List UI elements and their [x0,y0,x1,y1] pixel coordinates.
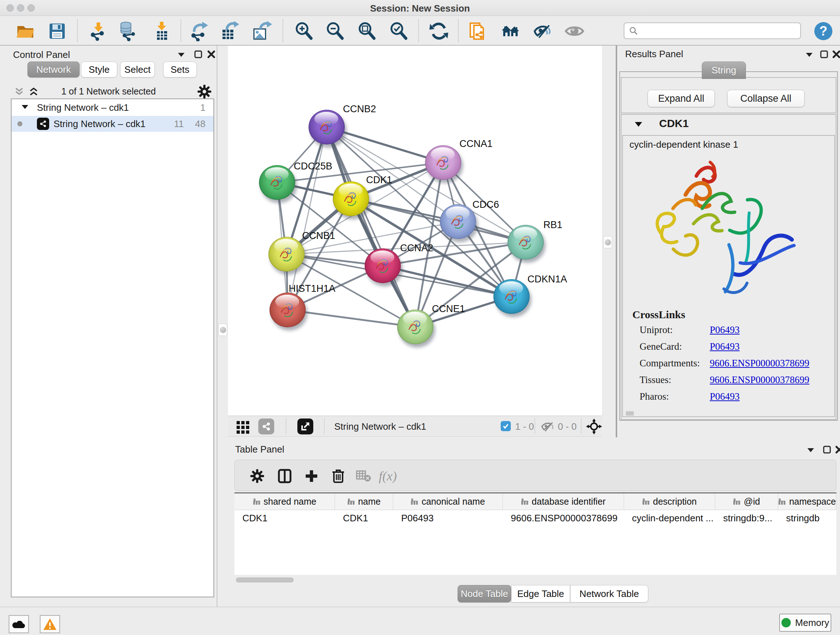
node-CDC25B[interactable] [259,165,295,200]
network-collection-row[interactable]: String Network – cdk1 1 [11,99,213,116]
panel-close-icon[interactable] [207,50,216,60]
table-row[interactable]: CDK1CDK1P064939606.ENSP00000378699cyclin… [234,510,836,526]
selected-checkbox-icon[interactable] [501,421,511,431]
document-share-icon[interactable] [467,20,490,42]
network-view-canvas[interactable]: CCNB2CCNA1CDC25BCDK1CDC6RB1CCNB1CCNA2CDK… [228,46,602,416]
export-network-icon[interactable] [188,20,211,42]
panel-menu-icon[interactable] [177,50,186,61]
add-column-icon[interactable] [303,467,320,485]
table-cell[interactable]: stringdb:9... [715,510,778,526]
splitter-handle[interactable] [603,236,612,249]
table-cell[interactable]: 9606.ENSP00000378699 [503,510,624,526]
network-row-selected[interactable]: String Network – cdk1 11 48 [11,116,213,132]
panel-menu-icon[interactable] [805,50,814,61]
tab-edge-table[interactable]: Edge Table [511,585,570,602]
show-columns-icon[interactable] [276,467,294,485]
column-header-name[interactable]: name [335,494,393,510]
tab-network[interactable]: Network [27,62,80,78]
collapse-all-icon[interactable] [14,86,25,98]
collection-expand-icon[interactable] [21,102,29,113]
node-CDC6[interactable] [440,204,476,239]
table-hscrollbar[interactable] [234,576,836,584]
node-CDK1[interactable] [333,181,369,216]
hscrollbar-thumb[interactable] [236,578,294,583]
table-cell[interactable]: CDK1 [234,510,335,526]
export-table-icon[interactable] [218,20,241,42]
crosslink-link[interactable]: P06493 [710,341,740,352]
search-input[interactable] [638,26,790,36]
import-table-icon[interactable] [150,20,173,42]
panel-close-icon[interactable] [835,445,840,455]
column-header-database-identifier[interactable]: database identifier [503,494,624,510]
scrollbar-stub[interactable] [626,411,634,416]
panel-float-icon[interactable] [194,50,202,60]
zoom-in-icon[interactable] [292,20,316,42]
share-view-icon[interactable] [258,418,274,434]
panel-float-icon[interactable] [823,445,831,455]
function-builder-icon[interactable]: f(x) [379,467,397,485]
collapse-all-button[interactable]: Collapse All [727,90,805,107]
export-image-icon[interactable] [250,20,273,42]
node-CCNE1[interactable] [397,310,433,344]
table-cell[interactable]: CDK1 [335,510,393,526]
save-session-icon[interactable] [46,20,69,42]
tab-sets[interactable]: Sets [163,62,197,78]
home-network-icon[interactable] [499,20,522,42]
tab-style[interactable]: Style [81,62,117,78]
delete-column-trash-icon[interactable] [330,467,347,485]
column-header-shared-name[interactable]: shared name [234,494,335,510]
hide-selected-eye-icon[interactable] [531,20,554,42]
zoom-fit-icon[interactable] [355,20,378,42]
crosslink-link[interactable]: P06493 [710,325,740,335]
column-header-namespace[interactable]: namespace [778,494,836,510]
show-eye-icon[interactable] [563,20,586,42]
column-header--id[interactable]: @id [715,494,778,510]
tab-string[interactable]: String [702,62,746,79]
crosslink-link[interactable]: 9606.ENSP00000378699 [710,358,809,369]
warning-status-button[interactable] [40,615,60,633]
node-CDKN1A[interactable] [493,279,530,314]
open-in-new-icon[interactable] [297,418,313,434]
tab-select[interactable]: Select [120,62,155,78]
right-splitter[interactable] [602,46,617,437]
column-header-description[interactable]: description [624,494,715,510]
crosslink-link[interactable]: P06493 [710,391,740,402]
node-CCNB1[interactable] [268,237,305,272]
panel-menu-icon[interactable] [806,445,815,456]
cloud-status-button[interactable] [9,615,29,633]
node-CCNA2[interactable] [365,249,401,283]
node-RB1[interactable] [508,225,544,260]
birdseye-crosshair-icon[interactable] [586,418,602,436]
node-CCNB2[interactable] [309,110,345,144]
table-settings-gear-icon[interactable] [248,467,266,485]
toolbar-separator [418,19,419,42]
import-network-icon[interactable] [87,20,110,42]
hidden-eye-icon[interactable] [540,420,555,435]
splitter-handle[interactable] [218,324,227,336]
grid-view-icon[interactable] [235,419,251,436]
expand-all-icon[interactable] [28,86,39,98]
zoom-out-icon[interactable] [324,20,347,42]
left-splitter[interactable] [217,46,228,607]
crosslink-link[interactable]: 9606.ENSP00000378699 [710,374,809,385]
column-header-canonical-name[interactable]: canonical name [393,494,503,510]
node-section-collapse-icon[interactable] [634,119,643,130]
expand-all-button[interactable]: Expand All [647,90,715,107]
tab-node-table[interactable]: Node Table [458,585,511,602]
panel-close-icon[interactable] [832,50,840,60]
help-icon[interactable]: ? [812,20,835,42]
tab-network-table[interactable]: Network Table [570,585,648,602]
open-session-icon[interactable] [14,20,37,42]
table-cell[interactable]: stringdb [778,510,836,526]
memory-button[interactable]: Memory [779,614,831,632]
panel-float-icon[interactable] [820,50,829,60]
import-database-icon[interactable] [117,20,140,42]
search-field[interactable] [624,22,801,39]
table-cell[interactable]: P06493 [393,510,503,526]
zoom-selected-icon[interactable] [387,20,410,42]
table-cell[interactable]: cyclin-dependent ... [624,510,715,526]
delete-table-icon[interactable] [355,467,372,485]
node-HIST1H1A[interactable] [270,293,306,327]
refresh-icon[interactable] [427,20,450,42]
node-CCNA1[interactable] [425,145,461,180]
